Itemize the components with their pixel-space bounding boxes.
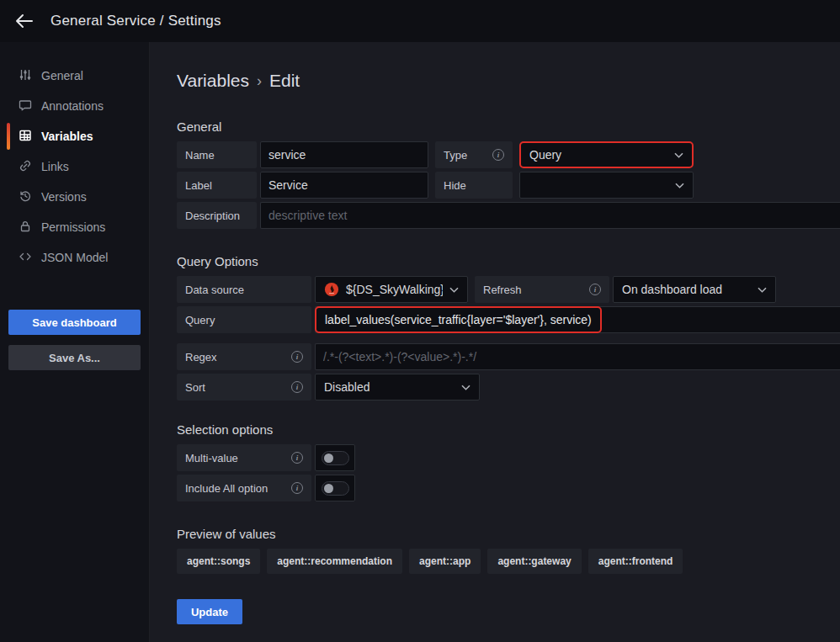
preview-chip: agent::app xyxy=(409,549,481,574)
sidebar-item-versions[interactable]: Versions xyxy=(0,182,149,212)
sidebar-item-label: General xyxy=(41,69,83,82)
back-arrow-icon[interactable] xyxy=(13,10,35,32)
top-header: General Service / Settings xyxy=(0,0,840,42)
datasource-dropdown[interactable]: ${DS_SkyWalking} xyxy=(315,276,468,303)
selection-options-heading: Selection options xyxy=(177,422,840,437)
update-button[interactable]: Update xyxy=(177,599,242,624)
query-value-highlight: label_values(service_traffic{layer='$lay… xyxy=(315,306,602,333)
refresh-dropdown[interactable]: On dashboard load xyxy=(613,276,776,303)
chevron-down-icon xyxy=(674,152,683,158)
datasource-label: Data source xyxy=(177,276,311,303)
sidebar-item-json-model[interactable]: JSON Model xyxy=(0,242,149,273)
hide-dropdown[interactable] xyxy=(519,172,694,199)
preview-chip: agent::frontend xyxy=(588,549,683,574)
history-icon xyxy=(19,189,32,205)
query-label: Query xyxy=(177,306,311,333)
hide-label: Hide xyxy=(435,172,513,199)
sidebar-item-label: Permissions xyxy=(41,220,105,234)
code-brackets-icon xyxy=(19,250,32,266)
regex-label: Regex i xyxy=(177,343,311,370)
refresh-label: Refresh i xyxy=(475,276,609,303)
preview-chip: agent::recommendation xyxy=(267,549,402,574)
type-label: Type i xyxy=(435,141,513,168)
info-icon: i xyxy=(291,482,303,494)
link-icon xyxy=(19,159,32,175)
sidebar-item-label: Links xyxy=(41,160,69,173)
comment-icon xyxy=(19,98,32,114)
sidebar-item-label: Variables xyxy=(41,130,93,143)
sort-dropdown[interactable]: Disabled xyxy=(315,374,480,401)
info-icon: i xyxy=(291,381,303,393)
multi-value-toggle[interactable] xyxy=(315,444,355,471)
sidebar-item-annotations[interactable]: Annotations xyxy=(0,91,149,121)
chevron-down-icon xyxy=(449,287,459,293)
include-all-toggle[interactable] xyxy=(315,475,355,501)
save-as-button[interactable]: Save As... xyxy=(8,345,141,370)
sidebar-item-links[interactable]: Links xyxy=(0,151,149,182)
multi-value-label: Multi-value i xyxy=(177,444,311,471)
name-input[interactable] xyxy=(260,141,428,168)
sidebar-item-variables[interactable]: Variables xyxy=(0,121,149,151)
sidebar-item-permissions[interactable]: Permissions xyxy=(0,212,149,242)
sidebar-item-label: Versions xyxy=(41,190,87,204)
sidebar-item-label: Annotations xyxy=(41,99,104,113)
breadcrumb-separator: › xyxy=(257,72,262,90)
page-title: General Service / Settings xyxy=(51,13,221,29)
preview-chip: agent::gateway xyxy=(487,549,581,574)
sliders-icon xyxy=(19,68,32,84)
info-icon: i xyxy=(291,452,303,464)
settings-sidebar: General Annotations Variables Links Vers xyxy=(0,42,150,642)
general-section-heading: General xyxy=(177,119,840,134)
breadcrumb-page: Edit xyxy=(269,71,300,91)
label-input[interactable] xyxy=(260,172,428,199)
sort-label: Sort i xyxy=(177,374,311,401)
name-label: Name xyxy=(177,141,257,168)
info-icon: i xyxy=(291,351,303,363)
breadcrumb-section: Variables xyxy=(177,71,249,91)
regex-input[interactable] xyxy=(315,343,840,370)
sidebar-item-label: JSON Model xyxy=(41,251,108,264)
query-options-heading: Query Options xyxy=(177,254,840,268)
chevron-down-icon xyxy=(675,183,684,188)
sidebar-item-general[interactable]: General xyxy=(0,61,149,91)
query-input[interactable]: label_values(service_traffic{layer='$lay… xyxy=(315,306,840,333)
lock-icon xyxy=(19,220,32,236)
prometheus-flame-icon xyxy=(324,282,339,297)
breadcrumb: Variables › Edit xyxy=(177,71,840,91)
preview-heading: Preview of values xyxy=(177,527,840,541)
description-input[interactable] xyxy=(260,202,840,229)
info-icon: i xyxy=(589,284,601,295)
save-dashboard-button[interactable]: Save dashboard xyxy=(8,310,141,335)
chevron-down-icon xyxy=(461,385,471,390)
preview-chip: agent::songs xyxy=(177,549,260,574)
description-label: Description xyxy=(177,202,257,229)
type-dropdown[interactable]: Query xyxy=(519,141,694,168)
settings-content: Variables › Edit General Name Type i Que… xyxy=(150,42,840,642)
preview-values: agent::songs agent::recommendation agent… xyxy=(177,549,840,574)
grid-icon xyxy=(19,129,32,145)
info-icon: i xyxy=(492,149,504,161)
label-label: Label xyxy=(177,172,257,199)
include-all-label: Include All option i xyxy=(177,475,311,501)
chevron-down-icon xyxy=(758,287,767,293)
